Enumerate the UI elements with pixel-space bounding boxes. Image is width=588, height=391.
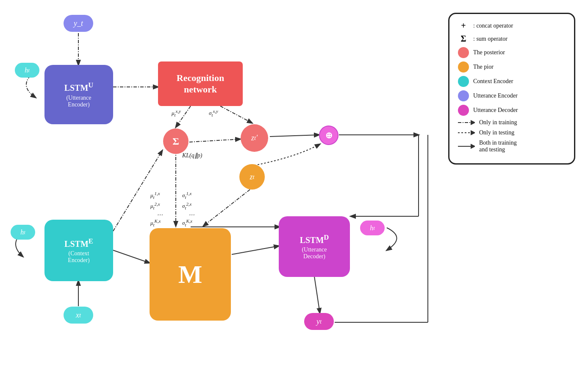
only-training-label: Only in training (479, 119, 517, 126)
mu-xy-label: μtx,y (172, 109, 181, 117)
legend-utterance-enc: Utterance Encoder (458, 90, 566, 101)
svg-line-5 (270, 135, 319, 137)
ht-right-node: ht (360, 221, 385, 235)
utterance-enc-circle (458, 90, 469, 101)
legend-utterance-dec: Utterance Decoder (458, 105, 566, 116)
svg-line-9 (232, 246, 279, 254)
sigma-1x-label: σt1,x (182, 191, 191, 200)
mu-1x-label: μt1,x (150, 191, 160, 200)
svg-line-3 (220, 106, 252, 123)
ht-left-node: ht (11, 225, 35, 240)
legend-sum: Σ : sum operator (458, 34, 566, 44)
sigma-2x-label: σt2,x (182, 201, 191, 210)
legend-only-training: Only in training (458, 119, 566, 126)
xt-node: xt (64, 307, 93, 324)
diagram-container: y_t ht LSTMU (Utterance Encoder) Recogni… (0, 0, 588, 391)
legend-posterior: The posterior (458, 47, 566, 58)
context-label: Context Encoder (473, 78, 513, 85)
utterance-dec-label: Utterance Decoder (473, 107, 518, 114)
posterior-circle (458, 47, 469, 58)
only-testing-label: Only in testing (479, 129, 514, 136)
svg-line-15 (203, 190, 250, 226)
utterance-dec-circle (458, 105, 469, 116)
lstm-e-node: LSTME (Context Encoder) (44, 220, 113, 281)
dots-label2: ⋯ (189, 211, 194, 218)
yt-top-node: y_t (64, 15, 93, 32)
dots-label: ⋯ (157, 211, 163, 218)
m-box-node: M (150, 228, 231, 321)
sum-icon: Σ (458, 34, 469, 44)
lstm-d-node: LSTMD (Utterance Decoder) (279, 216, 350, 277)
svg-line-11 (113, 250, 150, 263)
both-label: Both in trainingand testing (479, 140, 517, 153)
sum-label: : sum operator (473, 36, 508, 42)
recognition-network-node: Recognition network (158, 61, 243, 106)
legend-prior: The pior (458, 61, 566, 73)
zt-node: zt (239, 164, 265, 190)
legend-only-testing: Only in testing (458, 129, 566, 136)
mu-kx-label: μtK,x (150, 218, 161, 227)
legend-context: Context Encoder (458, 76, 566, 87)
svg-line-10 (314, 276, 320, 313)
legend-both: Both in trainingand testing (458, 140, 566, 153)
zt-prime-node: zt′ (241, 124, 268, 152)
prior-circle (458, 61, 469, 73)
ht-top-node: ht (15, 63, 39, 78)
prior-label: The pior (473, 64, 494, 70)
dotted-line-icon (458, 130, 475, 135)
solid-line-icon (458, 144, 475, 149)
mu-2x-label: μt2,x (150, 201, 160, 210)
legend-concat: + : concat operator (458, 21, 566, 31)
yt-out-node: yt (304, 313, 334, 330)
dash-dot-line-icon (458, 120, 475, 125)
sigma-kx-label: σtK,x (182, 218, 192, 227)
utterance-enc-label: Utterance Encoder (473, 92, 518, 99)
context-circle (458, 76, 469, 87)
concat-icon: + (458, 21, 469, 31)
concat-label: : concat operator (473, 22, 513, 29)
concat-node: ⊕ (319, 126, 338, 145)
kl-label: KL(q‖p) (182, 152, 202, 159)
posterior-label: The posterior (473, 49, 505, 56)
lstm-u-node: LSTMU (Utterance Encoder) (44, 65, 113, 124)
sigma-xy-label: σtx,y (209, 109, 218, 117)
legend-box: + : concat operator Σ : sum operator The… (448, 13, 575, 165)
svg-line-4 (189, 139, 240, 142)
sigma-node: Σ (163, 128, 189, 154)
